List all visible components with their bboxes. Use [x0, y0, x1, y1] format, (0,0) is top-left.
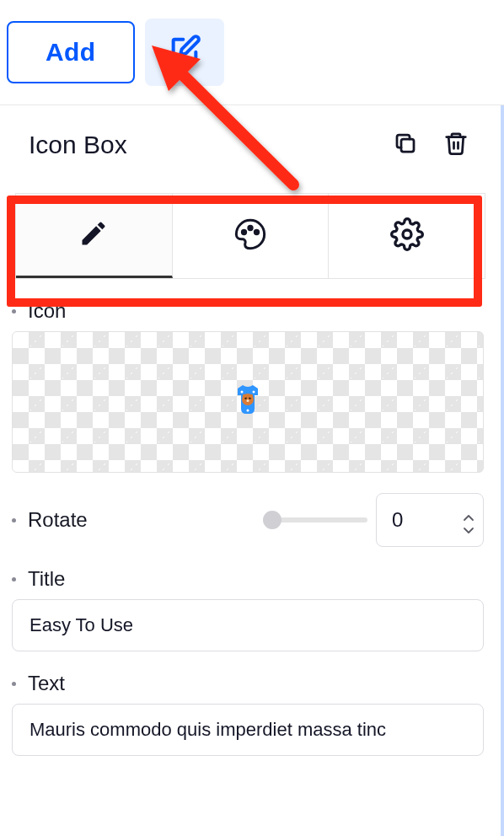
rotate-slider[interactable]	[266, 517, 367, 522]
duplicate-button[interactable]	[391, 131, 420, 159]
tab-settings[interactable]	[329, 194, 485, 278]
svg-point-10	[249, 394, 253, 398]
delete-button[interactable]	[442, 131, 470, 159]
rotate-value: 0	[392, 508, 403, 532]
field-rotate-label: Rotate	[28, 508, 88, 532]
stepper-up[interactable]	[463, 510, 475, 518]
palette-icon	[233, 217, 267, 255]
fields-container: Icon	[0, 279, 501, 756]
editor-panel: Icon Box	[0, 105, 504, 836]
add-button[interactable]: Add	[7, 21, 135, 83]
copy-icon	[393, 131, 418, 159]
bullet-icon	[12, 682, 16, 686]
svg-point-12	[253, 391, 255, 394]
edit-icon	[168, 34, 201, 71]
title-input-value: Easy To Use	[29, 614, 133, 636]
text-input[interactable]: Mauris commodo quis imperdiet massa tinc	[12, 704, 484, 756]
panel-actions	[391, 131, 470, 159]
rotate-stepper[interactable]: 0	[376, 493, 484, 547]
bullet-icon	[12, 518, 16, 522]
panel-header: Icon Box	[0, 105, 501, 169]
gear-icon	[390, 217, 424, 255]
icon-picker[interactable]	[12, 331, 484, 473]
text-input-value: Mauris commodo quis imperdiet massa tinc	[29, 719, 386, 741]
svg-point-2	[249, 226, 252, 229]
field-icon: Icon	[12, 299, 484, 473]
pencil-icon	[78, 218, 109, 252]
top-toolbar: Add	[0, 0, 504, 105]
svg-rect-0	[401, 139, 414, 152]
slider-thumb[interactable]	[263, 511, 281, 529]
trash-icon	[443, 131, 469, 159]
title-input[interactable]: Easy To Use	[12, 599, 484, 651]
svg-point-9	[243, 394, 246, 398]
field-text-label: Text	[28, 672, 65, 695]
field-title-label: Title	[28, 567, 65, 591]
field-text: Text Mauris commodo quis imperdiet massa…	[12, 672, 484, 756]
svg-point-3	[255, 230, 258, 233]
edit-mode-button[interactable]	[145, 19, 224, 86]
tab-bar	[15, 193, 485, 279]
tab-style[interactable]	[173, 194, 330, 278]
svg-point-1	[242, 230, 245, 233]
field-rotate: Rotate 0	[12, 493, 484, 547]
stepper-down[interactable]	[463, 522, 475, 531]
field-title: Title Easy To Use	[12, 567, 484, 651]
svg-point-8	[247, 399, 249, 402]
field-icon-label: Icon	[28, 299, 66, 323]
bullet-icon	[12, 577, 16, 581]
svg-point-11	[241, 391, 244, 394]
selected-icon-preview	[228, 380, 268, 424]
tab-content[interactable]	[16, 194, 173, 278]
svg-point-4	[403, 230, 411, 238]
widget-title: Icon Box	[29, 131, 127, 159]
svg-point-13	[247, 410, 249, 412]
bullet-icon	[12, 309, 16, 314]
